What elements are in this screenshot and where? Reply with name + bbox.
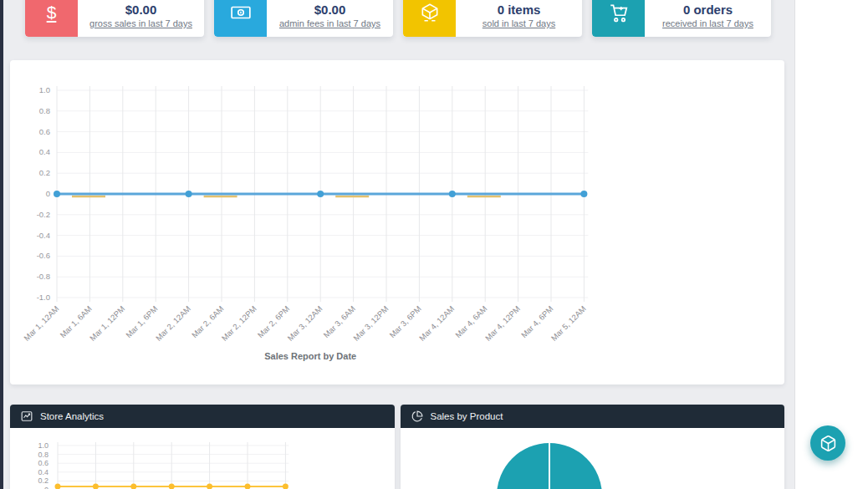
- stat-cards-row: $$0.00gross sales in last 7 days$0.00adm…: [25, 0, 771, 37]
- svg-text:Mar 3, 6PM: Mar 3, 6PM: [387, 304, 423, 340]
- svg-text:-0.8: -0.8: [37, 272, 50, 281]
- store-analytics-title: Store Analytics: [40, 411, 104, 421]
- svg-text:0.8: 0.8: [39, 106, 50, 115]
- svg-text:0.4: 0.4: [39, 147, 50, 156]
- svg-text:-0.4: -0.4: [37, 231, 50, 240]
- svg-text:Mar 1, 6PM: Mar 1, 6PM: [124, 304, 160, 340]
- svg-text:Mar 1, 12PM: Mar 1, 12PM: [88, 304, 126, 343]
- store-analytics-panel: Store Analytics 1.00.80.60.40.20: [10, 405, 395, 489]
- cart-icon: [592, 0, 645, 37]
- svg-text:Mar 2, 12AM: Mar 2, 12AM: [154, 304, 192, 343]
- sales-by-product-title: Sales by Product: [431, 411, 503, 421]
- svg-text:0: 0: [44, 486, 49, 489]
- svg-text:Mar 3, 12AM: Mar 3, 12AM: [285, 304, 324, 343]
- svg-text:Mar 5, 12AM: Mar 5, 12AM: [549, 304, 588, 343]
- svg-text:1.0: 1.0: [39, 85, 50, 94]
- sales-by-product-pie: [497, 443, 602, 489]
- svg-text:Mar 1, 6AM: Mar 1, 6AM: [58, 304, 94, 340]
- svg-text:-1.0: -1.0: [37, 293, 50, 302]
- svg-text:Mar 1, 12AM: Mar 1, 12AM: [22, 304, 60, 343]
- svg-text:Mar 4, 6PM: Mar 4, 6PM: [519, 304, 555, 340]
- svg-text:0.4: 0.4: [38, 468, 49, 476]
- sales-by-product-panel: Sales by Product: [401, 405, 785, 489]
- sales-report-card: 1.00.80.60.40.20-0.2-0.4-0.6-0.8-1.0Mar …: [10, 60, 784, 385]
- stat-card-body: $0.00gross sales in last 7 days: [78, 0, 204, 37]
- stat-card: 0 itemssold in last 7 days: [403, 0, 582, 37]
- product-fab-button[interactable]: [810, 425, 845, 461]
- stat-card: 0 ordersreceived in last 7 days: [592, 0, 771, 37]
- pie-chart-icon: [411, 410, 423, 422]
- svg-text:Mar 2, 6PM: Mar 2, 6PM: [256, 304, 292, 340]
- sales-by-product-body: [401, 428, 785, 489]
- stat-card-body: 0 itemssold in last 7 days: [456, 0, 582, 37]
- stat-label-link[interactable]: gross sales in last 7 days: [89, 17, 192, 30]
- svg-text:Mar 4, 12AM: Mar 4, 12AM: [417, 304, 456, 343]
- stat-card-body: $0.00admin fees in last 7 days: [267, 0, 393, 37]
- svg-text:Mar 2, 12PM: Mar 2, 12PM: [220, 304, 258, 343]
- stat-label-link[interactable]: sold in last 7 days: [483, 17, 555, 30]
- svg-text:0.2: 0.2: [38, 476, 49, 485]
- pie-slice-divider: [549, 443, 550, 489]
- svg-text:Sales Report by Date: Sales Report by Date: [264, 351, 356, 361]
- svg-text:Mar 4, 6AM: Mar 4, 6AM: [453, 304, 489, 340]
- dollar-icon: $: [25, 0, 78, 37]
- bottom-panels-row: Store Analytics 1.00.80.60.40.20 Sales b…: [10, 405, 784, 489]
- svg-text:Mar 3, 12PM: Mar 3, 12PM: [351, 304, 390, 343]
- stat-value: 0 orders: [683, 3, 733, 17]
- svg-text:0.6: 0.6: [38, 459, 49, 467]
- stat-value: $0.00: [125, 3, 157, 17]
- svg-text:0: 0: [46, 189, 50, 198]
- sidebar-edge: [0, 0, 3, 489]
- svg-text:Mar 3, 6AM: Mar 3, 6AM: [322, 304, 358, 340]
- svg-text:-0.6: -0.6: [37, 251, 50, 260]
- banknote-icon: [214, 0, 267, 37]
- dashboard-content: $$0.00gross sales in last 7 days$0.00adm…: [0, 0, 795, 489]
- svg-text:Mar 4, 12PM: Mar 4, 12PM: [483, 304, 522, 343]
- store-analytics-body: 1.00.80.60.40.20: [10, 428, 395, 489]
- stat-label-link[interactable]: admin fees in last 7 days: [279, 17, 380, 30]
- svg-text:Mar 2, 6AM: Mar 2, 6AM: [190, 304, 226, 340]
- sales-report-chart: 1.00.80.60.40.20-0.2-0.4-0.6-0.8-1.0Mar …: [10, 60, 784, 385]
- stat-label-link[interactable]: received in last 7 days: [662, 17, 753, 30]
- svg-text:0.8: 0.8: [38, 451, 49, 459]
- stat-card: $0.00admin fees in last 7 days: [214, 0, 393, 37]
- store-analytics-chart: 1.00.80.60.40.20: [10, 428, 394, 489]
- svg-text:0.2: 0.2: [39, 168, 50, 177]
- stat-card-body: 0 ordersreceived in last 7 days: [645, 0, 771, 37]
- box-icon: [403, 0, 456, 37]
- svg-text:-0.2: -0.2: [37, 210, 50, 219]
- cube-icon: [819, 435, 837, 452]
- line-chart-icon: [21, 410, 33, 422]
- svg-text:0.6: 0.6: [39, 127, 50, 136]
- stat-card: $$0.00gross sales in last 7 days: [25, 0, 204, 37]
- stat-value: 0 items: [498, 3, 541, 17]
- sales-by-product-header: Sales by Product: [401, 405, 785, 428]
- stat-value: $0.00: [314, 3, 346, 17]
- svg-text:1.0: 1.0: [38, 441, 49, 450]
- store-analytics-header: Store Analytics: [10, 405, 395, 428]
